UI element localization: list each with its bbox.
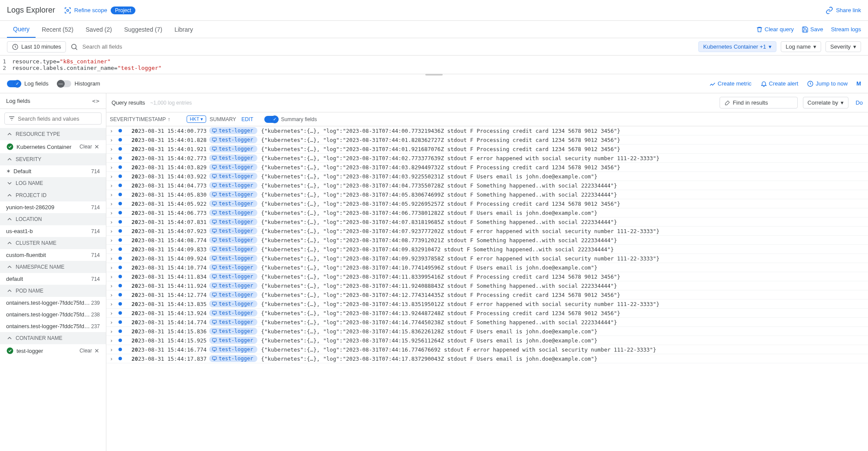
log-row[interactable]: ›2023-08-31 15:44:05.922test-logger{"kub…	[106, 199, 868, 208]
th-timestamp[interactable]: TIMESTAMP ↑ HKT ▾	[136, 115, 210, 123]
container-chip[interactable]: test-logger	[209, 355, 257, 362]
log-row[interactable]: ›2023-08-31 15:44:04.773test-logger{"kub…	[106, 181, 868, 190]
tab-query[interactable]: Query	[7, 21, 36, 38]
log-row[interactable]: ›2023-08-31 15:44:07.923test-logger{"kub…	[106, 227, 868, 236]
container-chip[interactable]: test-logger	[209, 319, 257, 326]
log-row[interactable]: ›2023-08-31 15:44:00.773test-logger{"kub…	[106, 126, 868, 135]
section-pod-name[interactable]: POD NAME	[0, 285, 106, 297]
histogram-toggle[interactable]: Histogram	[57, 80, 100, 87]
tab-suggested-[interactable]: Suggested (7)	[118, 21, 168, 38]
jump-to-now-button[interactable]: Jump to now	[807, 80, 848, 87]
section-cluster-name[interactable]: CLUSTER NAME	[0, 237, 106, 249]
log-row[interactable]: ›2023-08-31 15:44:13.924test-logger{"kub…	[106, 309, 868, 318]
container-chip[interactable]: test-logger	[209, 300, 257, 307]
expand-icon[interactable]: ›	[110, 164, 117, 171]
sidebar-item-namespace[interactable]: default714	[0, 273, 106, 285]
log-row[interactable]: ›2023-08-31 15:44:15.836test-logger{"kub…	[106, 327, 868, 336]
expand-icon[interactable]: ›	[110, 255, 117, 262]
tab-library[interactable]: Library	[168, 21, 199, 38]
container-chip[interactable]: test-logger	[209, 164, 257, 171]
correlate-by-button[interactable]: Correlate by ▾	[803, 97, 849, 109]
log-row[interactable]: ›2023-08-31 15:44:08.774test-logger{"kub…	[106, 236, 868, 245]
container-chip[interactable]: test-logger	[209, 218, 257, 225]
find-in-results[interactable]: Find in results	[720, 97, 798, 109]
expand-icon[interactable]: ›	[110, 146, 117, 152]
container-chip[interactable]: test-logger	[209, 246, 257, 253]
container-chip[interactable]: test-logger	[209, 136, 257, 143]
close-icon[interactable]	[94, 348, 100, 354]
expand-icon[interactable]: ›	[110, 237, 117, 244]
log-row[interactable]: ›2023-08-31 15:44:11.924test-logger{"kub…	[106, 281, 868, 290]
log-row[interactable]: ›2023-08-31 15:44:15.925test-logger{"kub…	[106, 336, 868, 345]
expand-icon[interactable]: ›	[110, 337, 117, 344]
collapse-button[interactable]: <>	[92, 98, 100, 104]
search-input[interactable]	[81, 42, 694, 52]
log-row[interactable]: ›2023-08-31 15:44:11.834test-logger{"kub…	[106, 272, 868, 281]
container-chip[interactable]: test-logger	[209, 264, 257, 271]
logname-filter-pill[interactable]: Log name ▾	[781, 41, 821, 52]
container-chip[interactable]: test-logger	[209, 337, 257, 344]
log-row[interactable]: ›2023-08-31 15:44:01.921test-logger{"kub…	[106, 145, 868, 154]
expand-icon[interactable]: ›	[110, 191, 117, 198]
log-row[interactable]: ›2023-08-31 15:44:05.830test-logger{"kub…	[106, 190, 868, 199]
container-chip[interactable]: test-logger	[209, 255, 257, 262]
container-chip[interactable]: test-logger	[209, 200, 257, 207]
expand-icon[interactable]: ›	[110, 346, 117, 353]
container-chip[interactable]: test-logger	[209, 237, 257, 244]
clear-filter[interactable]: Clear	[79, 144, 92, 150]
expand-icon[interactable]: ›	[110, 264, 117, 271]
section-container-name[interactable]: CONTAINER NAME	[0, 332, 106, 344]
th-severity[interactable]: SEVERITY	[110, 116, 136, 122]
log-row[interactable]: ›2023-08-31 15:44:03.922test-logger{"kub…	[106, 172, 868, 181]
create-alert-button[interactable]: Create alert	[760, 80, 799, 87]
expand-icon[interactable]: ›	[110, 128, 117, 134]
sidebar-item-cluster[interactable]: custom-fluentbit714	[0, 249, 106, 261]
resource-filter-pill[interactable]: Kubernetes Container +1 ▾	[698, 41, 776, 52]
log-row[interactable]: ›2023-08-31 15:44:03.829test-logger{"kub…	[106, 163, 868, 172]
sidebar-item-project[interactable]: yunion-test-286209714	[0, 201, 106, 213]
expand-icon[interactable]: ›	[110, 310, 117, 316]
container-chip[interactable]: test-logger	[209, 191, 257, 198]
tab-saved-[interactable]: Saved (2)	[79, 21, 118, 38]
log-row[interactable]: ›2023-08-31 15:44:07.831test-logger{"kub…	[106, 217, 868, 227]
sidebar-item-container[interactable]: test-logger Clear	[0, 344, 106, 357]
container-chip[interactable]: test-logger	[209, 328, 257, 335]
container-chip[interactable]: test-logger	[209, 127, 257, 134]
expand-icon[interactable]: ›	[110, 210, 117, 216]
clear-filter[interactable]: Clear	[79, 348, 92, 354]
close-icon[interactable]	[94, 144, 100, 150]
expand-icon[interactable]: ›	[110, 292, 117, 298]
expand-icon[interactable]: ›	[110, 219, 117, 225]
clear-query-button[interactable]: Clear query	[756, 26, 794, 33]
section-project-id[interactable]: PROJECT ID	[0, 189, 106, 201]
log-row[interactable]: ›2023-08-31 15:44:13.835test-logger{"kub…	[106, 300, 868, 309]
container-chip[interactable]: test-logger	[209, 282, 257, 289]
log-row[interactable]: ›2023-08-31 15:44:16.774test-logger{"kub…	[106, 345, 868, 354]
container-chip[interactable]: test-logger	[209, 273, 257, 280]
sidebar-item-k8s-container[interactable]: Kubernetes Container Clear	[0, 140, 106, 153]
container-chip[interactable]: test-logger	[209, 182, 257, 189]
refine-scope-button[interactable]: Refine scope Project	[64, 7, 135, 14]
expand-icon[interactable]: ›	[110, 182, 117, 189]
sidebar-item-pod3[interactable]: ontainers.test-logger-7fddc75fd9-klp4623…	[0, 320, 106, 332]
tab-recent-[interactable]: Recent (52)	[36, 21, 79, 38]
expand-icon[interactable]: ›	[110, 328, 117, 335]
expand-icon[interactable]: ›	[110, 319, 117, 326]
container-chip[interactable]: test-logger	[209, 209, 257, 216]
sidebar-item-pod2[interactable]: ontainers.test-logger-7fddc75fd9-4x67523…	[0, 309, 106, 320]
drag-handle[interactable]	[425, 74, 443, 76]
log-row[interactable]: ›2023-08-31 15:44:02.773test-logger{"kub…	[106, 154, 868, 163]
section-location[interactable]: LOCATION	[0, 213, 106, 225]
expand-icon[interactable]: ›	[110, 273, 117, 280]
download-button[interactable]: Do	[854, 99, 863, 106]
query-editor[interactable]: 1resource.type="k8s_container" 2resource…	[0, 56, 868, 74]
section-severity[interactable]: SEVERITY	[0, 153, 106, 165]
sidebar-item-default-severity[interactable]: ✶ Default 714	[0, 165, 106, 177]
expand-icon[interactable]: ›	[110, 301, 117, 307]
share-link-button[interactable]: Share link	[825, 7, 861, 14]
container-chip[interactable]: test-logger	[209, 291, 257, 298]
expand-icon[interactable]: ›	[110, 155, 117, 161]
expand-icon[interactable]: ›	[110, 356, 117, 362]
timezone-chip[interactable]: HKT ▾	[187, 115, 206, 123]
expand-icon[interactable]: ›	[110, 201, 117, 207]
